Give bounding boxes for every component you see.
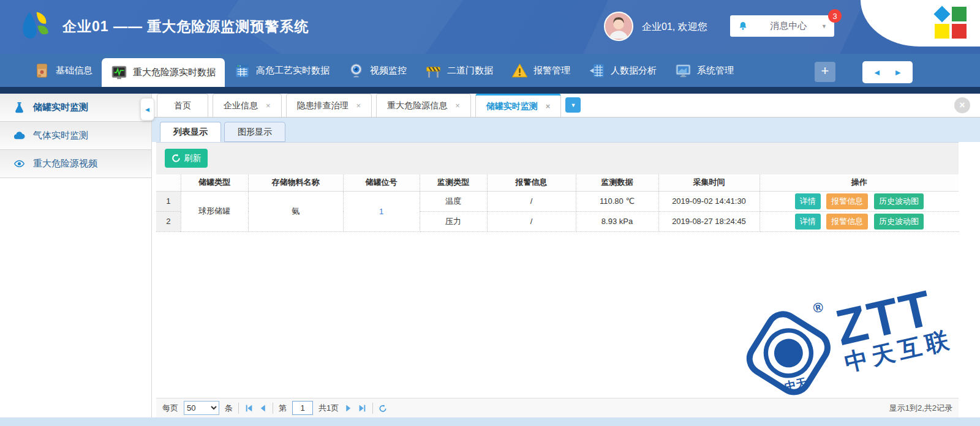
chevron-left-icon: ◀ <box>145 106 149 113</box>
tab-label: 隐患排查治理 <box>297 100 349 111</box>
col-header-material-name: 存储物料名称 <box>248 174 343 191</box>
tab-company-info[interactable]: 企业信息 × <box>213 94 282 117</box>
history-chart-button[interactable]: 历史波动图 <box>874 193 924 209</box>
brand-tile-red <box>952 24 967 39</box>
cell-collect-time: 2019-08-27 18:24:45 <box>658 211 760 231</box>
corner-brand-area <box>861 0 980 47</box>
chevron-down-icon: ▼ <box>570 102 576 108</box>
nav-item-label: 重大危险源实时数据 <box>133 67 216 78</box>
cell-actions: 详情 报警信息 历史波动图 <box>760 211 959 231</box>
main-panel: 刷新 储罐类型 存储物料名称 储罐位号 监测类型 报警信息 监测数据 采集时间 … <box>156 142 959 417</box>
tab-close-icon[interactable]: × <box>546 102 551 111</box>
nav-item-major-hazard-realtime[interactable]: 重大危险源实时数据 <box>102 58 225 87</box>
tab-close-icon[interactable]: × <box>455 101 460 110</box>
sidebar-collapse-button[interactable]: ◀ <box>140 98 154 121</box>
divider <box>372 403 373 414</box>
nav-item-basic-info[interactable]: 基础信息 <box>24 54 102 87</box>
nav-item-high-risk-process[interactable]: 高危工艺实时数据 <box>225 54 339 87</box>
alarm-info-button[interactable]: 报警信息 <box>826 214 868 230</box>
brand-tiles-logo <box>935 7 967 39</box>
tab-close-icon[interactable]: × <box>356 101 361 110</box>
row-number-header <box>156 174 181 191</box>
brand-tile-green <box>952 7 967 21</box>
subtab-list-view[interactable]: 列表显示 <box>160 122 221 142</box>
detail-button[interactable]: 详情 <box>795 193 821 209</box>
app-header: 企业01 —— 重大危险源监测预警系统 企业01, 欢迎您 消息中心 ▼ 3 全… <box>0 0 980 54</box>
alarm-info-button[interactable]: 报警信息 <box>826 193 868 209</box>
prev-page-button[interactable] <box>258 404 267 413</box>
records-summary: 显示1到2,共2记录 <box>889 403 952 414</box>
bell-icon <box>737 21 748 32</box>
sidebar-item-label: 气体实时监测 <box>33 130 88 141</box>
gate-icon <box>425 62 442 79</box>
nav-item-label: 基础信息 <box>56 65 92 77</box>
tab-home[interactable]: 首页 <box>157 94 208 117</box>
detail-button[interactable]: 详情 <box>795 214 821 230</box>
sidebar-item-tank-realtime-monitor[interactable]: 储罐实时监测 <box>0 94 151 122</box>
next-page-button[interactable] <box>344 404 353 413</box>
cell-material-name: 氨 <box>248 191 343 231</box>
per-page-label: 每页 <box>162 403 178 414</box>
ztt-mark-icon: 中天 ® <box>729 294 847 398</box>
cell-alarm-info: / <box>487 191 576 211</box>
close-icon: × <box>959 100 965 111</box>
message-center-button[interactable]: 消息中心 ▼ 3 <box>730 15 834 37</box>
col-header-tank-no: 储罐位号 <box>343 174 420 191</box>
row-number: 1 <box>156 191 181 211</box>
nav-item-people-data-analysis[interactable]: 人数据分析 <box>579 54 666 87</box>
table-header-row: 储罐类型 存储物料名称 储罐位号 监测类型 报警信息 监测数据 采集时间 操作 <box>156 174 959 191</box>
sidebar-item-major-hazard-video[interactable]: 重大危险源视频 <box>0 150 151 178</box>
sidebar-item-gas-realtime-monitor[interactable]: 气体实时监测 <box>0 122 151 150</box>
view-subtabs: 列表显示 图形显示 <box>160 122 285 142</box>
webcam-icon <box>348 62 364 79</box>
close-all-tabs-button[interactable]: × <box>954 97 970 113</box>
first-page-button[interactable] <box>244 404 253 413</box>
nav-add-tab-button[interactable]: + <box>815 62 835 82</box>
tab-close-icon[interactable]: × <box>266 101 271 110</box>
pager-refresh-button[interactable] <box>379 404 387 413</box>
open-tabs-bar: 首页 企业信息 × 隐患排查治理 × 重大危险源信息 × 储罐实时监测 × ▼ … <box>152 94 980 118</box>
nav-item-label: 二道门数据 <box>447 65 493 77</box>
table-row: 1 球形储罐 氨 1 温度 / 110.80 ℃ 2019-09-02 14:4… <box>156 191 959 211</box>
nav-item-system-management[interactable]: 系统管理 <box>666 54 743 87</box>
content-area: 首页 企业信息 × 隐患排查治理 × 重大危险源信息 × 储罐实时监测 × ▼ … <box>152 94 980 426</box>
cloud-icon <box>13 130 25 141</box>
tab-tank-realtime-monitor[interactable]: 储罐实时监测 × <box>475 94 562 117</box>
col-header-tank-type: 储罐类型 <box>181 174 248 191</box>
message-center-label: 消息中心 <box>761 20 816 32</box>
col-header-actions: 操作 <box>760 174 959 191</box>
nav-item-label: 高危工艺实时数据 <box>256 65 330 77</box>
monitor-wave-icon <box>111 64 127 81</box>
cell-alarm-info: / <box>487 211 576 231</box>
subtab-chart-view[interactable]: 图形显示 <box>224 122 285 142</box>
app-title: 企业01 —— 重大危险源监测预警系统 <box>62 17 309 36</box>
refresh-label: 刷新 <box>184 153 202 164</box>
nav-scroll-left-icon[interactable]: ◀ <box>875 69 880 77</box>
tab-major-hazard-info[interactable]: 重大危险源信息 × <box>376 94 471 117</box>
nav-item-video-monitor[interactable]: 视频监控 <box>339 54 416 87</box>
chevron-down-icon: ▼ <box>821 23 827 29</box>
col-header-collect-time: 采集时间 <box>658 174 760 191</box>
divider <box>273 403 273 414</box>
nav-item-alarm-management[interactable]: 报警管理 <box>502 54 579 87</box>
last-page-button[interactable] <box>358 404 367 413</box>
current-page-input[interactable] <box>292 401 313 415</box>
archive-icon <box>34 62 50 79</box>
nav-item-second-door-data[interactable]: 二道门数据 <box>416 54 502 87</box>
pagination-bar: 每页 50 条 第 共1页 <box>156 398 959 417</box>
history-chart-button[interactable]: 历史波动图 <box>874 214 924 230</box>
nav-item-label: 系统管理 <box>697 65 734 77</box>
page-size-select[interactable]: 50 <box>184 401 219 415</box>
nav-scroll-right-icon[interactable]: ▶ <box>895 69 900 77</box>
message-badge: 3 <box>828 9 842 23</box>
sidebar: 储罐实时监测 气体实时监测 重大危险源视频 <box>0 94 152 426</box>
cell-actions: 详情 报警信息 历史波动图 <box>760 191 959 211</box>
nav-scroll-buttons[interactable]: ◀ ▶ <box>862 61 913 83</box>
refresh-button[interactable]: 刷新 <box>165 149 208 168</box>
tab-hazard-inspection[interactable]: 隐患排查治理 × <box>286 94 372 117</box>
col-header-monitor-data: 监测数据 <box>576 174 658 191</box>
user-avatar[interactable] <box>604 12 633 41</box>
table-empty-space: 中天 ® ZTT 中天互联 <box>156 232 959 398</box>
sidebar-item-label: 重大危险源视频 <box>33 158 97 170</box>
tabs-dropdown-button[interactable]: ▼ <box>565 97 581 113</box>
